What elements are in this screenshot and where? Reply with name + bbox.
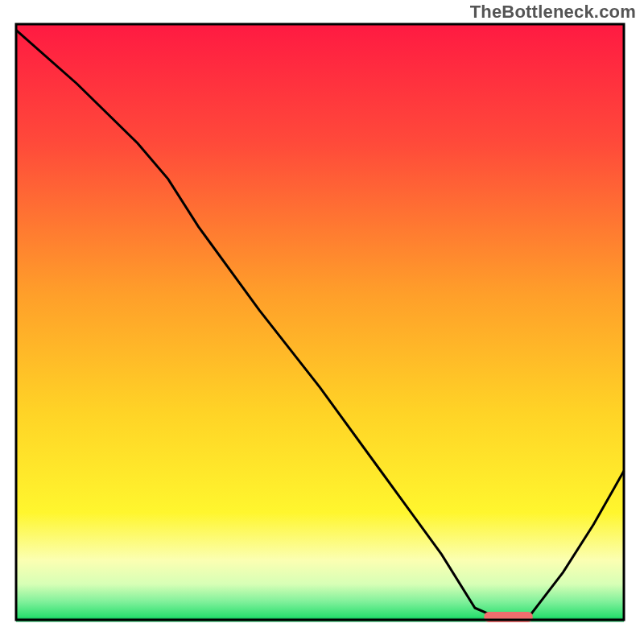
brand-label: TheBottleneck.com [470, 2, 636, 23]
chart-stage: TheBottleneck.com [0, 0, 644, 644]
bottleneck-chart [0, 0, 644, 644]
